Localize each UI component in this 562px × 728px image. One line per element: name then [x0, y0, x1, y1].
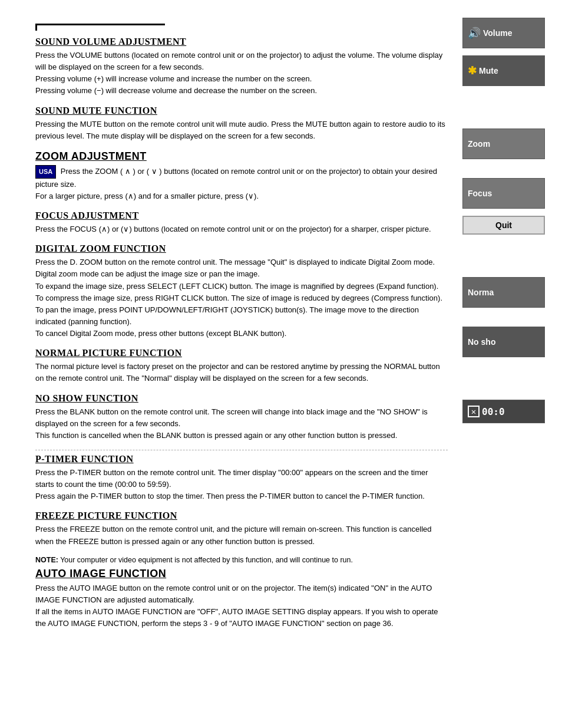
section-freeze-picture: FREEZE PICTURE FUNCTION Press the FREEZE… — [35, 510, 448, 547]
section-zoom: ZOOM ADJUSTMENT USA Press the ZOOM ( ∧ )… — [35, 150, 448, 202]
section-note: NOTE: Your computer or video equipment i… — [35, 556, 448, 564]
quit-label: Quit — [490, 218, 518, 232]
section-normal-picture: NORMAL PICTURE FUNCTION The normal pictu… — [35, 348, 448, 384]
section-body-no-show: Press the BLANK button on the remote con… — [35, 406, 448, 442]
zoom-label: Zoom — [463, 137, 495, 151]
section-title-freeze-picture: FREEZE PICTURE FUNCTION — [35, 510, 448, 521]
section-title-p-timer: P-TIMER FUNCTION — [35, 454, 448, 465]
section-title-normal-picture: NORMAL PICTURE FUNCTION — [35, 348, 448, 358]
sidebar-spacer-4 — [462, 315, 551, 327]
sidebar-spacer-1 — [462, 93, 551, 129]
section-title-auto-image: AUTO IMAGE FUNCTION — [35, 568, 448, 580]
sidebar-spacer-5 — [462, 364, 551, 400]
section-body-p-timer: Press the P-TIMER button on the remote c… — [35, 467, 448, 502]
focus-label: Focus — [463, 186, 497, 200]
section-title-focus: FOCUS ADJUSTMENT — [35, 210, 448, 221]
section-body-sound-volume: Press the VOLUME buttons (located on rem… — [35, 50, 448, 97]
section-title-sound-volume: SOUND VOLUME ADJUSTMENT — [35, 37, 448, 47]
volume-label: 🔊 Volume — [463, 24, 517, 42]
section-sound-volume: SOUND VOLUME ADJUSTMENT Press the VOLUME… — [35, 37, 448, 97]
quit-display: Quit — [462, 216, 545, 235]
mute-display: ✱ Mute — [462, 55, 545, 86]
timer-x-icon: ✕ — [468, 406, 480, 417]
note-text: Your computer or video equipment is not … — [60, 556, 353, 564]
zoom-display: Zoom — [462, 129, 545, 159]
section-auto-image: AUTO IMAGE FUNCTION Press the AUTO IMAGE… — [35, 568, 448, 630]
section-no-show: NO SHOW FUNCTION Press the BLANK button … — [35, 393, 448, 442]
section-body-digital-zoom: Press the D. ZOOM button on the remote c… — [35, 256, 448, 340]
focus-display: Focus — [462, 178, 545, 209]
timer-value: 00:0 — [482, 406, 505, 417]
normal-display: Norma — [462, 277, 545, 308]
timer-display-img: ✕ 00:0 — [462, 400, 545, 423]
section-body-zoom: USA Press the ZOOM ( ∧ ) or ( ∨ ) button… — [35, 165, 448, 202]
sidebar: 🔊 Volume ✱ Mute Zoom Focus Q — [459, 12, 554, 650]
normal-label: Norma — [463, 285, 498, 299]
section-p-timer: P-TIMER FUNCTION Press the P-TIMER butto… — [35, 454, 448, 502]
section-title-digital-zoom: DIGITAL ZOOM FUNCTION — [35, 243, 448, 254]
noshow-display: No sho — [462, 327, 545, 357]
section-focus: FOCUS ADJUSTMENT Press the FOCUS (∧) or … — [35, 210, 448, 235]
sidebar-spacer-2 — [462, 166, 551, 178]
mute-icon: ✱ — [468, 64, 477, 77]
section-body-freeze-picture: Press the FREEZE button on the remote co… — [35, 523, 448, 547]
section-body-sound-mute: Pressing the MUTE button on the remote c… — [35, 118, 448, 142]
section-body-auto-image: Press the AUTO IMAGE button on the remot… — [35, 582, 448, 630]
volume-icon: 🔊 — [468, 27, 481, 39]
section-sound-mute: SOUND MUTE FUNCTION Pressing the MUTE bu… — [35, 106, 448, 142]
section-body-normal-picture: The normal picture level is factory pres… — [35, 361, 448, 384]
noshow-label: No sho — [463, 335, 500, 349]
dashed-separator — [35, 450, 448, 450]
section-digital-zoom: DIGITAL ZOOM FUNCTION Press the D. ZOOM … — [35, 243, 448, 340]
mute-label: ✱ Mute — [463, 62, 503, 80]
section-title-zoom: ZOOM ADJUSTMENT — [35, 150, 448, 163]
section-title-sound-mute: SOUND MUTE FUNCTION — [35, 106, 448, 116]
page: SOUND VOLUME ADJUSTMENT Press the VOLUME… — [0, 12, 562, 650]
section-title-no-show: NO SHOW FUNCTION — [35, 393, 448, 404]
section-body-focus: Press the FOCUS (∧) or (∨) buttons (loca… — [35, 223, 448, 235]
usa-badge: USA — [35, 165, 56, 179]
main-content: SOUND VOLUME ADJUSTMENT Press the VOLUME… — [0, 12, 459, 650]
sidebar-spacer-3 — [462, 242, 551, 277]
top-border — [35, 24, 165, 31]
volume-display: 🔊 Volume — [462, 18, 545, 48]
timer-label: ✕ 00:0 — [463, 403, 510, 420]
